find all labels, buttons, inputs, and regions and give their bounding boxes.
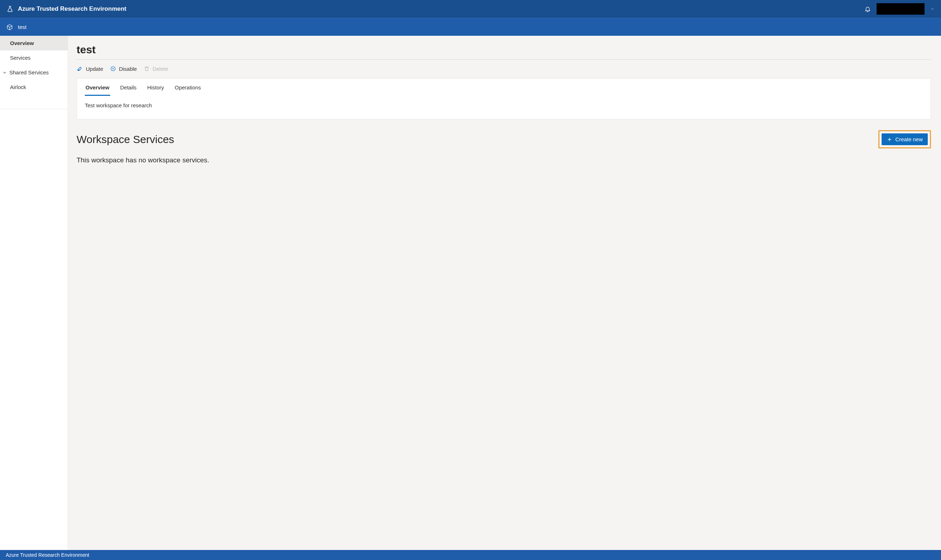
delete-action: Delete bbox=[144, 66, 168, 72]
chevron-down-icon[interactable] bbox=[930, 7, 935, 11]
breadcrumb-bar: test bbox=[0, 18, 941, 36]
tabs: Overview Details History Operations bbox=[77, 78, 931, 96]
create-new-label: Create new bbox=[895, 136, 923, 142]
brand-title[interactable]: Azure Trusted Research Environment bbox=[18, 5, 126, 12]
disable-label: Disable bbox=[119, 66, 137, 72]
flask-icon bbox=[6, 5, 14, 12]
footer-text: Azure Trusted Research Environment bbox=[6, 552, 89, 558]
tab-history[interactable]: History bbox=[147, 85, 165, 96]
delete-label: Delete bbox=[152, 66, 168, 72]
disable-action[interactable]: Disable bbox=[110, 66, 137, 72]
chevron-down-icon bbox=[2, 70, 7, 75]
pause-circle-icon bbox=[110, 66, 116, 72]
plus-icon bbox=[887, 137, 892, 142]
sidebar-item-shared-services[interactable]: Shared Services bbox=[0, 65, 68, 80]
sidebar-item-label: Shared Services bbox=[9, 69, 49, 75]
tab-label: Overview bbox=[86, 85, 109, 91]
tab-overview[interactable]: Overview bbox=[85, 85, 110, 96]
sidebar-item-label: Airlock bbox=[10, 84, 26, 90]
edit-icon bbox=[77, 65, 83, 72]
workspace-card: Overview Details History Operations Test… bbox=[77, 78, 931, 120]
page-title: test bbox=[77, 44, 931, 56]
sidebar-item-services[interactable]: Services bbox=[0, 51, 68, 65]
footer: Azure Trusted Research Environment bbox=[0, 550, 941, 560]
workspace-description: Test workspace for research bbox=[77, 96, 931, 112]
svg-point-0 bbox=[111, 66, 115, 71]
sidebar-item-overview[interactable]: Overview bbox=[0, 36, 68, 51]
services-header: Workspace Services Create new bbox=[77, 130, 931, 148]
cube-icon bbox=[6, 24, 13, 31]
title-underline bbox=[77, 59, 931, 60]
tab-label: History bbox=[148, 85, 164, 91]
action-bar: Update Disable Delete bbox=[77, 64, 931, 78]
tab-label: Details bbox=[120, 85, 137, 91]
update-label: Update bbox=[86, 66, 103, 72]
main-area: Overview Services Shared Services Airloc… bbox=[0, 36, 941, 550]
app-header-left: Azure Trusted Research Environment bbox=[6, 5, 126, 12]
update-action[interactable]: Update bbox=[77, 65, 103, 72]
user-account-area[interactable] bbox=[876, 3, 924, 15]
services-title: Workspace Services bbox=[77, 133, 174, 146]
sidebar-divider bbox=[0, 109, 68, 109]
create-new-highlight: Create new bbox=[878, 130, 931, 148]
tab-operations[interactable]: Operations bbox=[174, 85, 202, 96]
sidebar-item-label: Overview bbox=[10, 40, 34, 46]
sidebar-item-airlock[interactable]: Airlock bbox=[0, 80, 68, 94]
create-new-button[interactable]: Create new bbox=[882, 133, 928, 145]
trash-icon bbox=[144, 66, 149, 72]
content: test Update Disable bbox=[68, 36, 941, 550]
breadcrumb-current[interactable]: test bbox=[18, 24, 26, 30]
app-header-right bbox=[864, 3, 935, 15]
notification-icon[interactable] bbox=[864, 6, 871, 12]
sidebar-item-label: Services bbox=[10, 55, 31, 61]
services-empty-text: This workspace has no workspace services… bbox=[77, 156, 931, 164]
sidebar: Overview Services Shared Services Airloc… bbox=[0, 36, 68, 550]
tab-details[interactable]: Details bbox=[120, 85, 137, 96]
app-header: Azure Trusted Research Environment bbox=[0, 0, 941, 18]
tab-label: Operations bbox=[175, 85, 201, 91]
